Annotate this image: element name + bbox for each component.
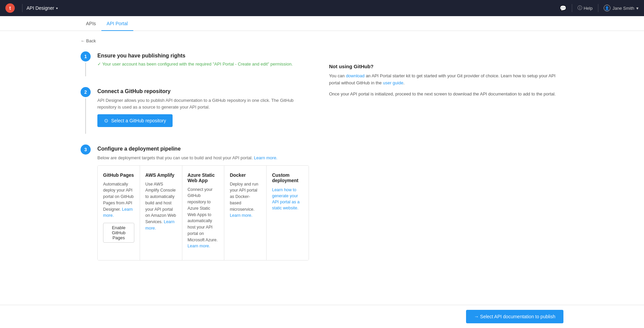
step-2: 2 Connect a GitHub repository API Design… xyxy=(81,87,309,134)
nav-divider-2 xyxy=(572,4,572,12)
select-github-button[interactable]: ⊙ Select a GitHub repository xyxy=(97,114,173,127)
azure-title: Azure Static Web App xyxy=(188,172,219,183)
step-3-circle: 3 xyxy=(81,145,91,155)
page-body: ← Back 1 Ensure you have publishing righ… xyxy=(0,31,644,305)
custom-title: Custom deployment xyxy=(272,172,303,183)
step-1: 1 Ensure you have publishing rights ✓ Yo… xyxy=(81,51,309,76)
not-github-title: Not using GitHub? xyxy=(329,64,557,69)
custom-learn-more[interactable]: Learn how to generate your API portal as… xyxy=(272,188,300,210)
step-2-circle: 2 xyxy=(81,87,91,97)
tab-apis[interactable]: APIs xyxy=(81,16,101,31)
step-1-content: Ensure you have publishing rights ✓ Your… xyxy=(97,51,309,76)
aws-desc: Use AWS Amplify Console to automatically… xyxy=(145,181,177,232)
azure-desc: Connect your GitHub repository to Azure … xyxy=(188,187,219,250)
deployment-cards: GitHub Pages Automatically deploy your A… xyxy=(97,165,309,261)
nav-right: 💬 ⓘ Help 👤 Jane Smith ▾ xyxy=(560,4,639,12)
steps-container: 1 Ensure you have publishing rights ✓ Yo… xyxy=(81,51,563,278)
step-1-title: Ensure you have publishing rights xyxy=(97,53,309,59)
user-avatar-icon: 👤 xyxy=(604,5,610,11)
tab-api-portal[interactable]: API Portal xyxy=(101,16,133,31)
not-github-text-1: You can download an API Portal starter k… xyxy=(329,73,557,87)
step-1-number-col: 1 xyxy=(81,51,91,76)
docker-title: Docker xyxy=(230,172,261,178)
step-3: 3 Configure a deployment pipeline Below … xyxy=(81,145,309,267)
step-2-content: Connect a GitHub repository API Designer… xyxy=(97,87,309,134)
deploy-card-aws: AWS Amplify Use AWS Amplify Console to a… xyxy=(140,166,182,260)
steps-left: 1 Ensure you have publishing rights ✓ Yo… xyxy=(81,51,309,278)
step-2-line xyxy=(85,98,86,134)
enable-github-pages-button[interactable]: Enable GitHub Pages xyxy=(103,223,134,243)
aws-title: AWS Amplify xyxy=(145,172,177,178)
back-link[interactable]: ← Back xyxy=(81,38,96,43)
nav-divider-1 xyxy=(22,4,22,12)
user-guide-link[interactable]: user guide xyxy=(383,80,403,85)
nav-divider-3 xyxy=(598,4,598,12)
top-navigation: t API Designer ▾ 💬 ⓘ Help 👤 Jane Smith ▾ xyxy=(0,0,644,16)
step-1-circle: 1 xyxy=(81,51,91,62)
main-content: APIs API Portal ← Back 1 Ensure you have… xyxy=(0,16,644,328)
step-3-number-col: 3 xyxy=(81,145,91,267)
step-2-title: Connect a GitHub repository xyxy=(97,88,309,94)
help-circle-icon: ⓘ xyxy=(578,5,582,11)
step-3-content: Configure a deployment pipeline Below ar… xyxy=(97,145,309,267)
deploy-card-custom: Custom deployment Learn how to generate … xyxy=(267,166,309,260)
step-3-title: Configure a deployment pipeline xyxy=(97,146,309,152)
step-1-line xyxy=(85,63,86,76)
deploy-card-github-pages: GitHub Pages Automatically deploy your A… xyxy=(98,166,140,260)
docker-desc: Deploy and run your API portal as Docker… xyxy=(230,181,261,219)
step-2-desc: API Designer allows you to publish API d… xyxy=(97,97,309,110)
app-logo: t xyxy=(5,3,15,13)
not-github-content: Not using GitHub? You can download an AP… xyxy=(322,57,563,108)
tabs-bar: APIs API Portal xyxy=(0,16,644,31)
select-api-docs-button[interactable]: → Select API documentation to publish xyxy=(466,310,563,323)
help-link[interactable]: ⓘ Help xyxy=(578,5,593,11)
chat-icon[interactable]: 💬 xyxy=(560,5,566,11)
user-menu[interactable]: 👤 Jane Smith ▾ xyxy=(604,5,639,11)
not-github-text-2: Once your API portal is initialized, pro… xyxy=(329,91,557,98)
brand-name[interactable]: API Designer ▾ xyxy=(27,5,58,11)
github-icon: ⊙ xyxy=(104,118,108,124)
step-3-desc: Below are deployment targets that you ca… xyxy=(97,155,309,161)
deploy-card-docker: Docker Deploy and run your API portal as… xyxy=(224,166,267,260)
azure-learn-more[interactable]: Learn more. xyxy=(188,244,210,248)
not-github-panel: Not using GitHub? You can download an AP… xyxy=(309,51,563,278)
user-name-label: Jane Smith xyxy=(612,6,634,11)
step-2-number-col: 2 xyxy=(81,87,91,134)
footer-bar: → Select API documentation to publish xyxy=(0,305,644,328)
brand-chevron-icon: ▾ xyxy=(56,6,58,10)
github-pages-desc: Automatically deploy your API portal on … xyxy=(103,181,134,219)
deploy-card-azure: Azure Static Web App Connect your GitHub… xyxy=(182,166,225,260)
aws-learn-more[interactable]: Learn more. xyxy=(145,219,175,231)
docker-learn-more[interactable]: Learn more. xyxy=(230,213,252,218)
step-3-learn-more-link[interactable]: Learn more. xyxy=(254,155,277,160)
github-pages-learn-more[interactable]: Learn more. xyxy=(103,207,133,218)
step-1-check: ✓ Your user account has been configured … xyxy=(97,62,309,67)
github-pages-title: GitHub Pages xyxy=(103,172,134,178)
download-link[interactable]: download xyxy=(346,73,365,78)
user-chevron-icon: ▾ xyxy=(636,6,639,11)
